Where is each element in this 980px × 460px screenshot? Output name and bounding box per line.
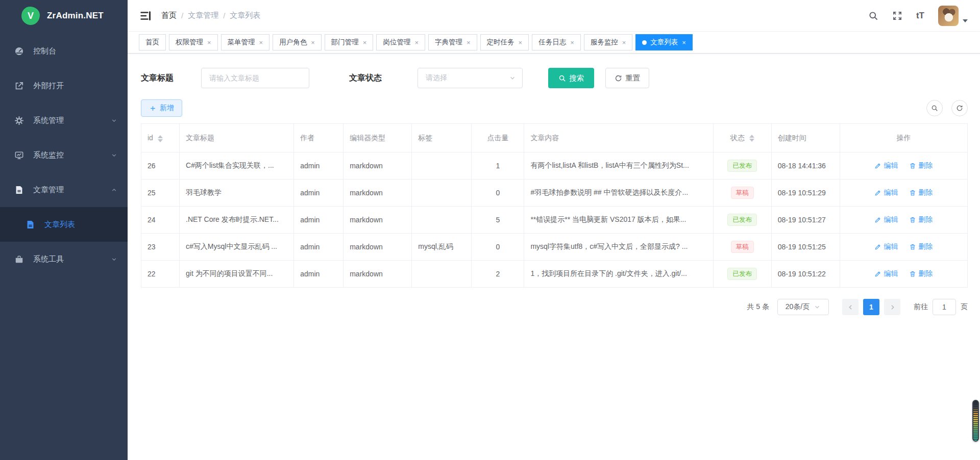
table-row: 24 .NET Core 发布时提示.NET... admin markdown… [141,207,968,234]
sidebar-item-label: 文章列表 [44,220,75,229]
tab[interactable]: 定时任务 × [480,34,529,50]
search-button-label: 搜索 [569,73,584,83]
table-row: 26 C#两个list集合实现关联，... admin markdown 1 有… [141,152,968,180]
goto-page-input[interactable] [933,299,956,315]
plus-icon [149,105,157,112]
table-header: id 文章标题 作者 编辑器类型 标签 点击量 文章内容 状态 创 [141,124,968,152]
gear-icon [14,116,24,125]
pencil-icon [874,243,881,250]
status-badge: 草稿 [731,187,754,199]
sidebar-item-label: 系统管理 [33,116,64,125]
page-number-button[interactable]: 1 [863,299,879,315]
tab-close-icon[interactable]: × [467,39,471,46]
fullscreen-icon[interactable] [892,11,902,21]
tab-close-icon[interactable]: × [570,39,574,46]
delete-button[interactable]: 删除 [909,215,933,224]
cell-actions: 编辑 删除 [840,261,967,288]
edit-button[interactable]: 编辑 [874,215,898,224]
delete-button[interactable]: 删除 [909,161,933,170]
sidebar-item-system-tools[interactable]: 系统工具 [0,242,128,276]
tab[interactable]: 文章列表 × [635,34,693,50]
edit-button[interactable]: 编辑 [874,242,898,251]
tab-close-icon[interactable]: × [682,39,686,46]
sidebar-item-dashboard[interactable]: 控制台 [0,34,128,68]
next-page-button[interactable] [884,299,900,315]
tab-label: 菜单管理 [228,38,255,47]
trash-icon [909,243,916,250]
tab-close-icon[interactable]: × [207,39,211,46]
scroll-widget[interactable] [972,400,979,442]
tab[interactable]: 权限管理 × [169,34,218,50]
tab[interactable]: 字典管理 × [428,34,477,50]
sidebar-item-system-monitor[interactable]: 系统监控 [0,138,128,172]
cell-tag [412,207,472,234]
search-icon[interactable] [868,11,878,21]
tab[interactable]: 服务监控 × [584,34,633,50]
cell-status: 草稿 [713,180,771,207]
tab-label: 定时任务 [487,38,514,47]
column-header-status[interactable]: 状态 [713,124,771,152]
tab-close-icon[interactable]: × [622,39,626,46]
cell-editor-type: markdown [344,234,412,261]
tab-label: 首页 [145,38,159,47]
breadcrumb-home[interactable]: 首页 [161,11,177,20]
tab-close-icon[interactable]: × [311,39,315,46]
search-button[interactable]: 搜索 [548,68,594,88]
cell-created-time: 08-19 10:51:25 [771,234,840,261]
status-badge: 已发布 [727,268,757,280]
user-menu[interactable] [938,6,968,26]
cell-created-time: 08-19 10:51:27 [771,207,840,234]
font-size-icon[interactable]: tT [916,11,924,21]
sort-icon[interactable] [749,135,754,142]
tab[interactable]: 部门管理 × [325,34,374,50]
cell-author: admin [294,207,344,234]
reset-button[interactable]: 重置 [605,68,649,88]
edit-button[interactable]: 编辑 [874,161,898,170]
cell-status: 草稿 [713,234,771,261]
logo-badge: V [21,7,40,25]
pencil-icon [874,189,881,196]
delete-button[interactable]: 删除 [909,269,933,278]
sidebar-fold-icon[interactable] [140,10,151,21]
chevron-down-icon [111,152,117,159]
tab[interactable]: 菜单管理 × [221,34,270,50]
cell-title: C#两个list集合实现关联，... [180,152,294,180]
sidebar-item-label: 系统工具 [33,254,64,264]
edit-button[interactable]: 编辑 [874,269,898,278]
breadcrumb-article-management[interactable]: 文章管理 [188,11,218,20]
tab-close-icon[interactable]: × [259,39,263,46]
column-header-id[interactable]: id [141,124,180,152]
tab-close-icon[interactable]: × [363,39,367,46]
tab-label: 字典管理 [435,38,462,47]
delete-button[interactable]: 删除 [909,242,933,251]
page-suffix-label: 页 [961,302,968,312]
cell-tag [412,152,472,180]
app-logo[interactable]: V ZrAdmin.NET [0,0,128,32]
sidebar-item-article-management[interactable]: 文章管理 [0,172,128,207]
tab[interactable]: 岗位管理 × [376,34,425,50]
tab-close-icon[interactable]: × [414,39,419,46]
trash-icon [909,189,916,196]
sort-icon[interactable] [158,135,163,142]
edit-button[interactable]: 编辑 [874,188,898,197]
user-avatar[interactable] [938,6,959,26]
page-size-select[interactable]: 20条/页 [777,299,829,315]
sidebar-item-external-link[interactable]: 外部打开 [0,68,128,103]
cell-clicks: 0 [472,234,524,261]
prev-page-button[interactable] [842,299,859,315]
sidebar-item-system-management[interactable]: 系统管理 [0,103,128,138]
cell-title: .NET Core 发布时提示.NET... [180,207,294,234]
tab[interactable]: 任务日志 × [532,34,581,50]
tab[interactable]: 首页 [139,34,166,50]
tab-close-icon[interactable]: × [519,39,523,46]
sidebar-item-article-list[interactable]: 文章列表 [0,207,128,242]
show-search-button[interactable] [926,100,943,116]
tab[interactable]: 用户角色 × [273,34,322,50]
article-status-select[interactable]: 请选择 [418,68,523,88]
article-title-input[interactable] [201,68,309,88]
delete-button[interactable]: 删除 [909,188,933,197]
refresh-table-button[interactable] [951,100,968,116]
add-button[interactable]: 新增 [141,99,182,117]
cell-author: admin [294,261,344,288]
cell-actions: 编辑 删除 [840,180,967,207]
